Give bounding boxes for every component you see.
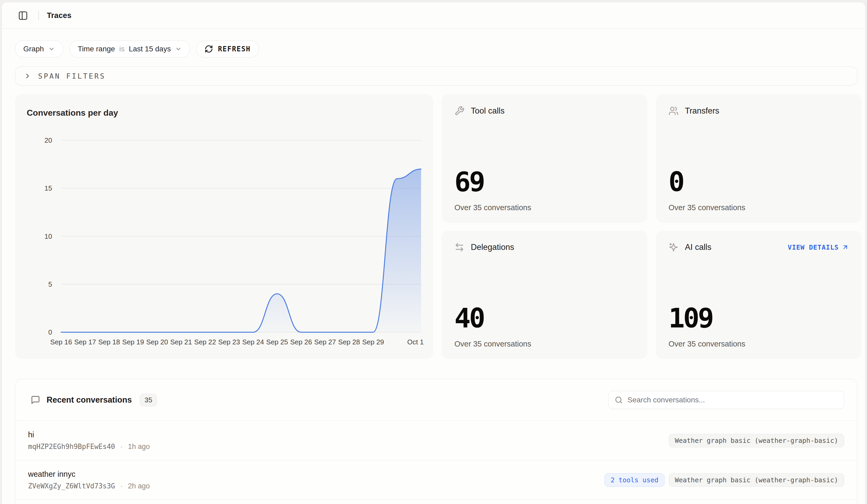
users-icon bbox=[668, 106, 678, 116]
conversations-per-day-chart-card: Conversations per day 05101520Sep 16Sep … bbox=[15, 94, 433, 359]
stat-value: 0 bbox=[668, 168, 849, 195]
span-filters-toggle[interactable]: SPAN FILTERS bbox=[15, 66, 857, 86]
stat-value: 109 bbox=[668, 305, 849, 332]
toolbar: Graph Time range is Last 15 days REFRESH bbox=[15, 41, 857, 57]
divider bbox=[39, 11, 39, 20]
conversation-title: hi bbox=[28, 430, 150, 439]
time-range-filter-dropdown[interactable]: Time range is Last 15 days bbox=[69, 41, 190, 57]
separator-dot: · bbox=[120, 482, 123, 490]
search-conversations-input[interactable] bbox=[628, 396, 838, 404]
refresh-icon bbox=[205, 45, 213, 53]
svg-text:15: 15 bbox=[44, 184, 52, 192]
panel-left-icon bbox=[18, 11, 28, 21]
conversations-count-badge: 35 bbox=[140, 394, 157, 406]
svg-text:Sep 17: Sep 17 bbox=[74, 338, 96, 346]
svg-text:Sep 16: Sep 16 bbox=[50, 338, 72, 346]
stat-label: Delegations bbox=[471, 243, 514, 252]
stat-caption: Over 35 conversations bbox=[668, 340, 849, 348]
search-box bbox=[608, 391, 844, 409]
svg-text:Sep 26: Sep 26 bbox=[290, 338, 312, 346]
svg-text:Sep 21: Sep 21 bbox=[170, 338, 192, 346]
recent-conversations-header: Recent conversations 35 bbox=[15, 379, 857, 421]
svg-text:10: 10 bbox=[44, 233, 52, 240]
svg-text:Sep 18: Sep 18 bbox=[98, 338, 120, 346]
page-title: Traces bbox=[47, 11, 72, 20]
separator-dot: · bbox=[120, 442, 123, 451]
svg-text:Sep 29: Sep 29 bbox=[362, 338, 384, 346]
view-details-link[interactable]: VIEW DETAILS bbox=[788, 244, 849, 251]
app-panel: Traces Graph Time range is Last 15 days … bbox=[2, 2, 865, 504]
stat-card-tool-calls: Tool calls 69 Over 35 conversations bbox=[442, 94, 647, 223]
svg-text:Sep 22: Sep 22 bbox=[194, 338, 216, 346]
recent-conversations-section: Recent conversations 35 hi mqHZP2EGh9h9B… bbox=[15, 379, 857, 504]
conversation-title: weather innyc bbox=[28, 470, 150, 479]
search-icon bbox=[615, 396, 623, 404]
stat-card-delegations: Delegations 40 Over 35 conversations bbox=[442, 230, 647, 359]
svg-text:Sep 24: Sep 24 bbox=[242, 338, 264, 346]
top-bar: Traces bbox=[2, 2, 865, 29]
stat-label: Transfers bbox=[685, 106, 719, 116]
svg-text:Sep 20: Sep 20 bbox=[146, 338, 168, 346]
conversation-row[interactable]: weather innyc ZVeWXgZy_Z6WltVd73s3G · 2h… bbox=[15, 460, 857, 500]
refresh-button[interactable]: REFRESH bbox=[196, 41, 259, 57]
stat-value: 69 bbox=[454, 168, 635, 195]
svg-text:Oct 1: Oct 1 bbox=[407, 338, 424, 346]
svg-text:Sep 23: Sep 23 bbox=[218, 338, 240, 346]
stat-card-transfers: Transfers 0 Over 35 conversations bbox=[656, 94, 861, 223]
refresh-label: REFRESH bbox=[218, 45, 250, 53]
stat-caption: Over 35 conversations bbox=[454, 203, 635, 212]
conversation-time: 1h ago bbox=[128, 442, 150, 451]
stat-label: Tool calls bbox=[471, 106, 505, 116]
svg-text:Sep 28: Sep 28 bbox=[338, 338, 360, 346]
svg-text:5: 5 bbox=[49, 280, 52, 288]
chevron-down-icon bbox=[48, 45, 55, 52]
chevron-right-icon bbox=[24, 72, 31, 80]
time-range-field: Time range bbox=[78, 45, 115, 53]
conversations-area-chart: 05101520Sep 16Sep 17Sep 18Sep 19Sep 20Se… bbox=[15, 94, 433, 359]
view-selector-label: Graph bbox=[23, 45, 44, 53]
conversation-row[interactable] bbox=[15, 500, 857, 504]
sidebar-toggle-button[interactable] bbox=[15, 8, 30, 23]
time-range-operator: is bbox=[119, 45, 125, 53]
view-selector-dropdown[interactable]: Graph bbox=[15, 41, 63, 57]
view-details-label: VIEW DETAILS bbox=[788, 244, 839, 251]
conversation-id: ZVeWXgZy_Z6WltVd73s3G bbox=[28, 482, 115, 490]
agent-tag: Weather graph basic (weather-graph-basic… bbox=[669, 434, 844, 447]
conversation-time: 2h ago bbox=[128, 482, 150, 490]
stat-label: AI calls bbox=[685, 243, 711, 252]
span-filters-label: SPAN FILTERS bbox=[38, 72, 106, 80]
swap-arrows-icon bbox=[454, 242, 464, 252]
time-range-value: Last 15 days bbox=[129, 45, 171, 53]
sparkles-icon bbox=[668, 242, 678, 252]
wrench-icon bbox=[454, 106, 464, 116]
svg-text:0: 0 bbox=[49, 328, 52, 336]
svg-text:Sep 25: Sep 25 bbox=[266, 338, 288, 346]
agent-tag: Weather graph basic (weather-graph-basic… bbox=[669, 473, 844, 487]
chevron-down-icon bbox=[175, 45, 182, 52]
chat-bubble-icon bbox=[31, 395, 40, 405]
arrow-up-right-icon bbox=[842, 244, 849, 251]
stat-card-ai-calls: AI calls VIEW DETAILS 109 Over 35 conver… bbox=[656, 230, 861, 359]
svg-text:20: 20 bbox=[44, 136, 52, 144]
recent-conversations-title: Recent conversations bbox=[46, 395, 132, 405]
stat-caption: Over 35 conversations bbox=[668, 203, 849, 212]
svg-text:Sep 27: Sep 27 bbox=[314, 338, 336, 346]
conversation-row[interactable]: hi mqHZP2EGh9h9BpFEwEs40 · 1h ago Weathe… bbox=[15, 421, 857, 460]
conversation-id: mqHZP2EGh9h9BpFEwEs40 bbox=[28, 442, 115, 451]
stat-value: 40 bbox=[454, 305, 635, 332]
tools-used-tag: 2 tools used bbox=[604, 473, 665, 487]
stat-caption: Over 35 conversations bbox=[454, 340, 635, 348]
svg-text:Sep 19: Sep 19 bbox=[122, 338, 144, 346]
stats-grid: Conversations per day 05101520Sep 16Sep … bbox=[15, 94, 857, 359]
